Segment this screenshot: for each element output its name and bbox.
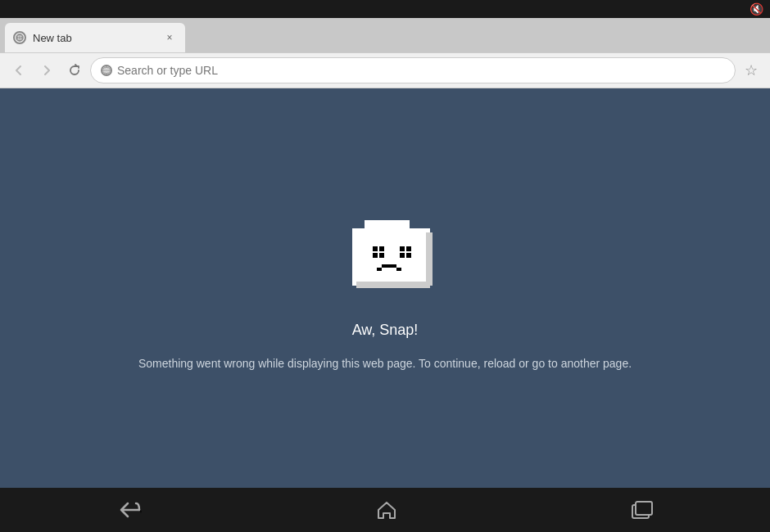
reload-button[interactable] xyxy=(62,58,87,83)
url-bar[interactable] xyxy=(90,57,736,83)
svg-rect-26 xyxy=(396,268,401,271)
error-page: Aw, Snap! Something went wrong while dis… xyxy=(0,88,770,488)
tab-close-button[interactable]: × xyxy=(162,30,177,45)
svg-rect-18 xyxy=(400,246,405,251)
svg-rect-20 xyxy=(406,246,411,251)
svg-rect-16 xyxy=(379,246,384,251)
error-title: Aw, Snap! xyxy=(352,322,419,339)
tab-bar: New tab × xyxy=(0,18,770,52)
svg-rect-23 xyxy=(382,264,387,268)
svg-rect-11 xyxy=(352,228,430,286)
svg-rect-25 xyxy=(392,264,396,268)
url-globe-icon xyxy=(101,65,112,76)
active-tab[interactable]: New tab × xyxy=(5,23,185,52)
svg-rect-17 xyxy=(373,253,378,258)
nav-bar: ☆ xyxy=(0,52,770,88)
tab-title: New tab xyxy=(33,32,156,44)
svg-rect-15 xyxy=(379,253,384,258)
system-bar: 🔇 xyxy=(0,0,770,18)
forward-button[interactable] xyxy=(34,58,59,83)
svg-rect-22 xyxy=(377,268,382,271)
browser-chrome: New tab × xyxy=(0,18,770,88)
android-back-button[interactable] xyxy=(116,500,143,520)
svg-rect-8 xyxy=(365,220,393,228)
svg-rect-14 xyxy=(373,246,378,251)
android-nav-bar xyxy=(0,488,770,532)
back-button[interactable] xyxy=(7,58,31,83)
sad-folder-icon xyxy=(328,204,442,305)
error-message: Something went wrong while displaying th… xyxy=(138,355,632,372)
svg-rect-24 xyxy=(387,264,392,268)
android-home-button[interactable] xyxy=(375,498,398,521)
svg-rect-12 xyxy=(426,232,433,286)
url-input[interactable] xyxy=(117,64,725,77)
bookmark-button[interactable]: ☆ xyxy=(739,58,763,83)
svg-rect-13 xyxy=(356,282,430,288)
svg-rect-21 xyxy=(400,253,405,258)
svg-rect-28 xyxy=(636,502,652,515)
svg-rect-19 xyxy=(406,253,411,258)
svg-rect-10 xyxy=(393,220,410,228)
volume-icon: 🔇 xyxy=(750,2,763,16)
android-recents-button[interactable] xyxy=(631,500,654,520)
tab-favicon xyxy=(13,31,26,44)
